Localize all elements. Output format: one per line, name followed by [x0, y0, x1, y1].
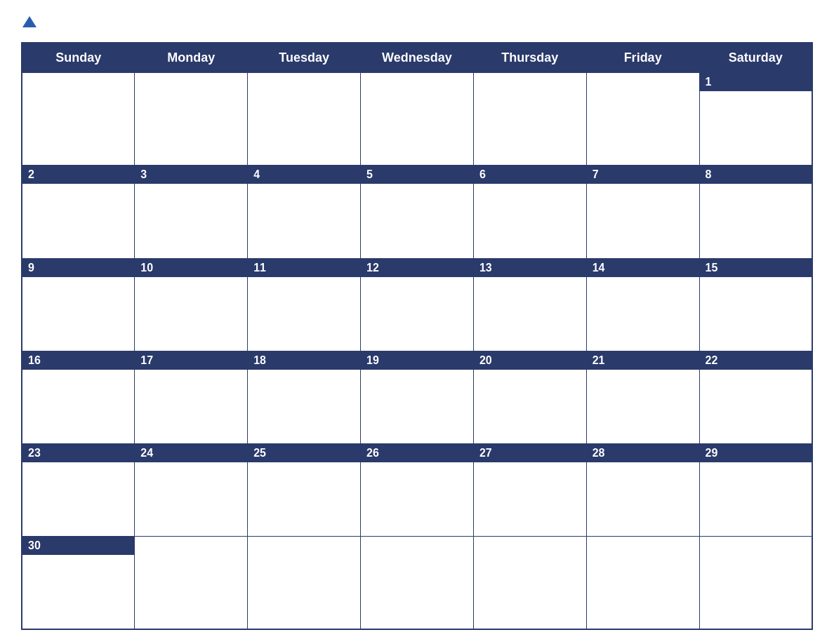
calendar-cell — [586, 537, 699, 629]
calendar-header-row: SundayMondayTuesdayWednesdayThursdayFrid… — [22, 43, 812, 73]
calendar-cell: 8 — [699, 166, 812, 258]
calendar-cell: 28 — [586, 444, 699, 537]
day-header-thursday: Thursday — [473, 43, 586, 73]
day-number: 23 — [22, 444, 134, 462]
calendar-cell: 25 — [248, 444, 361, 537]
calendar-week-3: 9101112131415 — [22, 258, 812, 351]
day-number: 27 — [474, 444, 586, 462]
day-number: 18 — [248, 351, 360, 370]
day-number: 9 — [22, 259, 134, 277]
calendar-cell — [699, 537, 812, 629]
calendar-cell — [22, 73, 135, 166]
day-number: 4 — [248, 166, 360, 184]
calendar-cell: 9 — [22, 258, 135, 351]
day-number: 6 — [474, 166, 586, 184]
day-number: 14 — [587, 259, 699, 277]
day-number: 26 — [361, 444, 473, 462]
calendar-cell: 14 — [586, 258, 699, 351]
page-header — [21, 14, 813, 31]
calendar-cell: 11 — [248, 258, 361, 351]
calendar-body: 1234567891011121314151617181920212223242… — [22, 73, 812, 629]
calendar-week-5: 23242526272829 — [22, 444, 812, 537]
calendar-cell: 20 — [473, 351, 586, 443]
logo-triangle-icon — [22, 16, 37, 27]
calendar-cell: 12 — [361, 258, 474, 351]
calendar-cell — [473, 537, 586, 629]
day-number: 3 — [135, 166, 247, 184]
calendar-cell: 19 — [361, 351, 474, 443]
day-number: 25 — [248, 444, 360, 462]
calendar-cell — [135, 73, 248, 166]
calendar-week-4: 16171819202122 — [22, 351, 812, 443]
calendar-cell: 2 — [22, 166, 135, 258]
calendar-cell: 13 — [473, 258, 586, 351]
day-number: 2 — [22, 166, 134, 184]
day-number: 8 — [700, 166, 812, 184]
day-header-sunday: Sunday — [22, 43, 135, 73]
calendar-cell: 22 — [699, 351, 812, 443]
calendar-cell: 23 — [22, 444, 135, 537]
day-number: 12 — [361, 259, 473, 277]
calendar-cell — [473, 73, 586, 166]
calendar-cell: 18 — [248, 351, 361, 443]
calendar-cell: 26 — [361, 444, 474, 537]
day-number: 13 — [474, 259, 586, 277]
calendar-cell: 6 — [473, 166, 586, 258]
day-number: 20 — [474, 351, 586, 370]
calendar-cell — [361, 537, 474, 629]
day-number: 7 — [587, 166, 699, 184]
calendar-cell: 5 — [361, 166, 474, 258]
calendar-cell — [586, 73, 699, 166]
day-number: 24 — [135, 444, 247, 462]
calendar-cell: 4 — [248, 166, 361, 258]
calendar-cell: 1 — [699, 73, 812, 166]
calendar-cell: 3 — [135, 166, 248, 258]
calendar-cell: 10 — [135, 258, 248, 351]
calendar-cell — [135, 537, 248, 629]
day-number: 19 — [361, 351, 473, 370]
logo — [21, 14, 37, 31]
day-number: 5 — [361, 166, 473, 184]
calendar-cell: 27 — [473, 444, 586, 537]
calendar-cell: 24 — [135, 444, 248, 537]
calendar-table: SundayMondayTuesdayWednesdayThursdayFrid… — [21, 42, 813, 630]
day-number: 16 — [22, 351, 134, 370]
calendar-cell: 29 — [699, 444, 812, 537]
calendar-cell — [248, 537, 361, 629]
day-header-saturday: Saturday — [699, 43, 812, 73]
calendar-cell: 30 — [22, 537, 135, 629]
calendar-week-6: 30 — [22, 537, 812, 629]
logo-blue-text — [21, 14, 37, 31]
calendar-cell: 21 — [586, 351, 699, 443]
calendar-cell: 17 — [135, 351, 248, 443]
day-header-monday: Monday — [135, 43, 248, 73]
calendar-cell: 15 — [699, 258, 812, 351]
day-number: 11 — [248, 259, 360, 277]
calendar-cell — [361, 73, 474, 166]
day-number: 28 — [587, 444, 699, 462]
day-number: 22 — [700, 351, 812, 370]
calendar-week-2: 2345678 — [22, 166, 812, 258]
day-number: 29 — [700, 444, 812, 462]
day-number: 15 — [700, 259, 812, 277]
calendar-week-1: 1 — [22, 73, 812, 166]
day-number: 17 — [135, 351, 247, 370]
calendar-cell: 16 — [22, 351, 135, 443]
day-header-tuesday: Tuesday — [248, 43, 361, 73]
calendar-cell: 7 — [586, 166, 699, 258]
day-header-wednesday: Wednesday — [361, 43, 474, 73]
day-number: 30 — [22, 537, 134, 555]
day-number: 10 — [135, 259, 247, 277]
calendar-cell — [248, 73, 361, 166]
day-header-friday: Friday — [586, 43, 699, 73]
day-number: 21 — [587, 351, 699, 370]
day-number: 1 — [700, 73, 812, 91]
